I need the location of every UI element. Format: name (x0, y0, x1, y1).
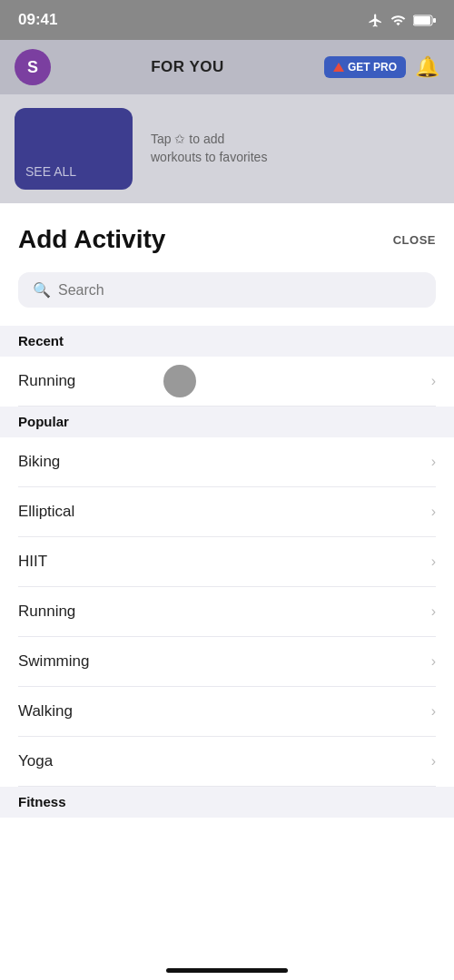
banner-area: SEE ALL Tap ✩ to addworkouts to favorite… (0, 94, 454, 203)
chevron-icon: › (431, 653, 436, 670)
list-item[interactable]: Walking › (18, 687, 436, 737)
list-item[interactable]: Elliptical › (18, 487, 436, 537)
activity-name: Swimming (18, 652, 89, 671)
fitness-section-header: Fitness (0, 787, 454, 818)
search-input[interactable] (58, 282, 421, 299)
recent-section-header: Recent (0, 326, 454, 357)
see-all-label: SEE ALL (25, 164, 76, 179)
add-activity-modal: Add Activity CLOSE 🔍 Recent Running › Po… (0, 203, 454, 818)
list-item[interactable]: Yoga › (18, 737, 436, 787)
nav-right: GET PRO 🔔 (324, 55, 439, 79)
list-item[interactable]: HIIT › (18, 537, 436, 587)
wifi-icon (390, 13, 406, 28)
list-item[interactable]: Swimming › (18, 637, 436, 687)
activity-name: HIIT (18, 553, 47, 571)
activity-name: Running (18, 603, 75, 621)
get-pro-icon (333, 63, 344, 72)
chevron-icon: › (431, 373, 436, 389)
fitness-label: Fitness (18, 794, 66, 809)
search-container: 🔍 (18, 272, 436, 308)
svg-rect-2 (433, 18, 436, 23)
recent-label: Recent (18, 333, 64, 348)
top-nav: S FOR YOU GET PRO 🔔 (0, 40, 454, 94)
get-pro-button[interactable]: GET PRO (324, 56, 406, 78)
status-bar: 09:41 (0, 0, 454, 40)
chevron-icon: › (431, 554, 436, 570)
bell-icon[interactable]: 🔔 (415, 55, 439, 79)
list-item[interactable]: Biking › (18, 437, 436, 487)
banner-text: Tap ✩ to addworkouts to favorites (151, 131, 267, 166)
airplane-icon (368, 13, 383, 28)
drag-bubble (163, 365, 196, 397)
list-item[interactable]: Running › (18, 587, 436, 637)
status-time: 09:41 (18, 11, 57, 29)
activity-name: Biking (18, 453, 60, 471)
modal-header: Add Activity CLOSE (18, 225, 436, 254)
get-pro-label: GET PRO (348, 61, 397, 74)
activity-name: Elliptical (18, 503, 74, 521)
popular-section-header: Popular (0, 407, 454, 437)
search-icon: 🔍 (33, 281, 51, 299)
activity-name: Walking (18, 702, 73, 720)
close-button[interactable]: CLOSE (393, 233, 436, 247)
activity-name: Running (18, 372, 75, 390)
chevron-icon: › (431, 454, 436, 470)
activity-name: Yoga (18, 752, 53, 770)
nav-title: FOR YOU (151, 58, 224, 76)
status-icons (368, 13, 436, 28)
chevron-icon: › (431, 504, 436, 520)
chevron-icon: › (431, 703, 436, 720)
modal-title: Add Activity (18, 225, 165, 254)
popular-label: Popular (18, 414, 69, 429)
home-indicator (166, 968, 288, 973)
see-all-card[interactable]: SEE ALL (15, 108, 133, 190)
chevron-icon: › (431, 603, 436, 620)
avatar[interactable]: S (15, 49, 51, 85)
list-item[interactable]: Running › (18, 357, 436, 407)
chevron-icon: › (431, 753, 436, 769)
battery-icon (413, 15, 436, 26)
svg-rect-1 (414, 16, 430, 24)
